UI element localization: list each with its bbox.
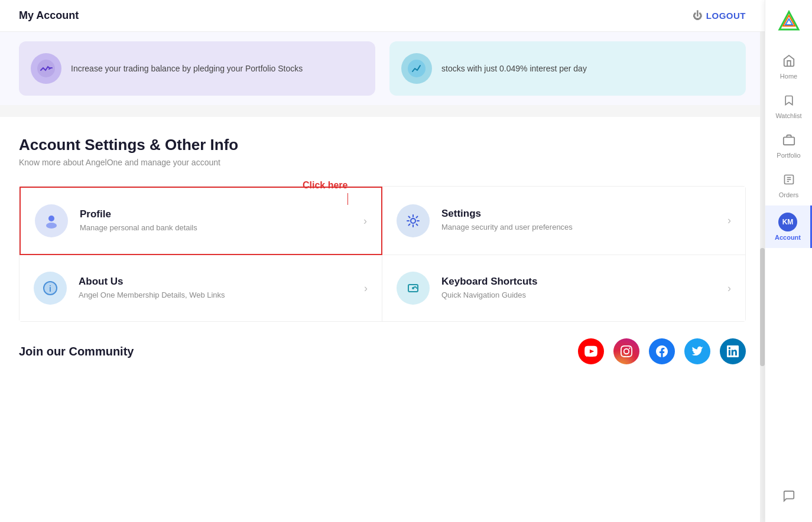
sidebar-item-portfolio[interactable]: Portfolio bbox=[765, 126, 812, 166]
profile-chevron-icon: › bbox=[363, 215, 367, 227]
settings-section: Account Settings & Other Info Know more … bbox=[0, 117, 765, 322]
sidebar-item-account[interactable]: KM Account bbox=[765, 205, 812, 248]
section-divider bbox=[0, 105, 765, 117]
main-content: My Account ⏻ LOGOUT Increase your tradin… bbox=[0, 0, 765, 522]
promo-card-pledge[interactable]: Increase your trading balance by pledgin… bbox=[19, 41, 375, 96]
menu-item-profile[interactable]: Profile Manage personal and bank details… bbox=[20, 187, 382, 255]
settings-icon-circle bbox=[397, 204, 430, 237]
promo-cards-section: Increase your trading balance by pledgin… bbox=[0, 32, 765, 105]
menu-item-keyboard[interactable]: Keyboard Shortcuts Quick Navigation Guid… bbox=[382, 255, 745, 321]
about-title: About Us bbox=[79, 276, 352, 288]
scrollbar-thumb[interactable] bbox=[760, 248, 765, 366]
bookmark-icon bbox=[783, 94, 795, 110]
sidebar-item-support[interactable] bbox=[765, 482, 812, 513]
header: My Account ⏻ LOGOUT bbox=[0, 0, 765, 32]
about-desc: Angel One Membership Details, Web Links bbox=[79, 290, 352, 301]
page-title: My Account bbox=[19, 9, 79, 22]
menu-grid: Profile Manage personal and bank details… bbox=[19, 186, 746, 322]
menu-item-settings[interactable]: Settings Manage security and user prefer… bbox=[382, 187, 745, 255]
svg-text:i: i bbox=[49, 284, 51, 293]
svg-point-8 bbox=[412, 287, 414, 289]
about-content: About Us Angel One Membership Details, W… bbox=[79, 276, 352, 301]
sidebar-orders-label: Orders bbox=[779, 191, 799, 198]
instagram-icon[interactable] bbox=[613, 338, 639, 364]
settings-desc: Manage security and user preferences bbox=[441, 222, 716, 233]
avatar: KM bbox=[778, 213, 797, 231]
scrollbar-track[interactable] bbox=[760, 0, 765, 522]
social-icons bbox=[578, 338, 746, 364]
promo-card-pledge-text: Increase your trading balance by pledgin… bbox=[71, 63, 303, 75]
power-icon: ⏻ bbox=[693, 11, 703, 21]
profile-desc: Manage personal and bank details bbox=[80, 223, 352, 233]
facebook-icon[interactable] bbox=[649, 338, 675, 364]
menu-item-about[interactable]: i About Us Angel One Membership Details,… bbox=[20, 255, 382, 321]
settings-subtitle: Know more about AngelOne and manage your… bbox=[19, 158, 746, 167]
sidebar-item-watchlist[interactable]: Watchlist bbox=[765, 87, 812, 126]
twitter-icon[interactable] bbox=[684, 338, 710, 364]
click-here-arrow-line bbox=[347, 193, 348, 205]
profile-content: Profile Manage personal and bank details bbox=[80, 208, 352, 233]
click-here-label: Click here bbox=[303, 180, 347, 191]
youtube-icon[interactable] bbox=[578, 338, 604, 364]
profile-icon-circle bbox=[35, 204, 68, 237]
sidebar-portfolio-label: Portfolio bbox=[777, 152, 800, 159]
app-logo[interactable] bbox=[777, 9, 801, 35]
about-chevron-icon: › bbox=[364, 282, 368, 295]
keyboard-icon-circle bbox=[397, 272, 430, 305]
click-here-container: Click here Profile Manage personal and bbox=[19, 181, 746, 322]
chat-icon bbox=[782, 490, 795, 505]
settings-item-title: Settings bbox=[441, 208, 716, 220]
sidebar-item-orders[interactable]: Orders bbox=[765, 166, 812, 205]
sidebar-item-home[interactable]: Home bbox=[765, 47, 812, 87]
home-icon bbox=[782, 54, 795, 70]
svg-rect-12 bbox=[783, 137, 794, 145]
keyboard-chevron-icon: › bbox=[727, 282, 731, 295]
community-title: Join our Community bbox=[19, 345, 134, 358]
keyboard-title: Keyboard Shortcuts bbox=[441, 276, 716, 288]
logout-label: LOGOUT bbox=[706, 11, 746, 21]
sidebar-home-label: Home bbox=[780, 73, 797, 80]
settings-chevron-icon: › bbox=[727, 214, 731, 227]
about-icon-circle: i bbox=[34, 272, 67, 305]
promo-card-margin[interactable]: stocks with just 0.049% interest per day bbox=[389, 41, 746, 96]
promo-card-margin-text: stocks with just 0.049% interest per day bbox=[441, 63, 587, 75]
svg-point-4 bbox=[411, 218, 415, 223]
portfolio-icon bbox=[782, 133, 795, 149]
sidebar: Home Watchlist Portfolio bbox=[765, 0, 812, 522]
sidebar-watchlist-label: Watchlist bbox=[775, 112, 801, 119]
svg-point-3 bbox=[46, 223, 57, 229]
promo-card-margin-icon bbox=[401, 53, 432, 84]
logout-button[interactable]: ⏻ LOGOUT bbox=[693, 11, 746, 21]
keyboard-content: Keyboard Shortcuts Quick Navigation Guid… bbox=[441, 276, 716, 301]
svg-rect-1 bbox=[408, 60, 426, 77]
settings-content: Settings Manage security and user prefer… bbox=[441, 208, 716, 233]
promo-card-pledge-icon bbox=[31, 53, 61, 84]
orders-icon bbox=[783, 173, 795, 189]
keyboard-desc: Quick Navigation Guides bbox=[441, 290, 716, 301]
community-section: Join our Community bbox=[0, 322, 765, 381]
settings-title: Account Settings & Other Info bbox=[19, 136, 746, 154]
linkedin-icon[interactable] bbox=[720, 338, 746, 364]
sidebar-account-label: Account bbox=[775, 234, 801, 241]
svg-point-2 bbox=[48, 216, 54, 221]
profile-title: Profile bbox=[80, 208, 352, 220]
